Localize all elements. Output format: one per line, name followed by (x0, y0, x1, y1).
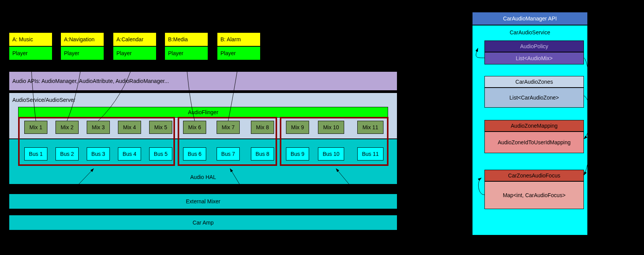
label: Audio APIs: AudioManager, AudioAttribute… (12, 78, 169, 84)
label: CarAudioService (509, 29, 550, 35)
car-amp: Car Amp (9, 215, 397, 230)
label: Player (116, 50, 132, 56)
label: CarAudioZones (515, 79, 553, 85)
audio-mix-list: List<AudioMix> (484, 52, 584, 64)
label: A:Navigation (64, 36, 94, 42)
label: A: Music (12, 36, 33, 42)
label: External Mixer (186, 198, 220, 204)
audio-flinger: AudioFlinger (18, 107, 388, 118)
label: List<CarAudioZone> (509, 95, 559, 101)
focus-map: Map<int, CarAudioFocus> (484, 181, 584, 209)
audio-apis-layer: Audio APIs: AudioManager, AudioAttribute… (9, 71, 397, 91)
label: Player (168, 50, 183, 56)
label: AudioZoneMapping (511, 123, 557, 129)
label: CarAudioManager API (503, 15, 557, 22)
app-player-calendar: Player (113, 46, 156, 60)
label: Audio HAL (190, 174, 216, 180)
app-attr-music: A: Music (9, 32, 52, 46)
app-attr-calendar: A:Calendar (113, 32, 156, 46)
zone1-label: Zone 1 (232, 187, 249, 193)
zone2-label: Zone 2 (341, 187, 358, 193)
app-attr-media: B:Media (165, 32, 208, 46)
car-audio-manager-api: CarAudioManager API (472, 12, 588, 25)
label: Player (64, 50, 79, 56)
label: List<AudioMix> (516, 55, 553, 61)
app-player-media: Player (165, 46, 208, 60)
zone1-border (178, 117, 277, 166)
audio-policy: AudioPolicy (484, 41, 584, 52)
label: AudioService/AudioServer (12, 97, 75, 103)
car-audio-zone-list: List<CarAudioZone> (484, 88, 584, 108)
app-player-nav: Player (61, 46, 104, 60)
label: B: Alarm (220, 36, 241, 42)
label: Player (220, 50, 236, 56)
zone2-border (280, 117, 388, 166)
label: CarZonesAudioFocus (508, 172, 560, 179)
zone-user-mapping: AudioZoneIdToUserIdMapping (484, 132, 584, 153)
external-mixer: External Mixer (9, 194, 397, 209)
app-attr-nav: A:Navigation (61, 32, 104, 46)
label: AudioPolicy (520, 43, 548, 49)
label: Map<int, CarAudioFocus> (503, 192, 566, 198)
label: Player (12, 50, 28, 56)
label: B:Media (168, 36, 188, 42)
label: Car Amp (193, 220, 214, 226)
app-player-alarm: Player (217, 46, 261, 60)
label: AudioZoneIdToUserIdMapping (498, 139, 570, 145)
primary-zone-label: Primary Zone (52, 186, 85, 192)
label: AudioFlinger (188, 109, 219, 115)
car-zones-audio-focus: CarZonesAudioFocus (484, 170, 584, 181)
primary-zone-border (18, 117, 175, 166)
audio-zone-mapping: AudioZoneMapping (484, 120, 584, 132)
app-attr-alarm: B: Alarm (217, 32, 261, 46)
app-player-music: Player (9, 46, 52, 60)
car-audio-zones: CarAudioZones (484, 76, 584, 88)
label: A:Calendar (116, 36, 143, 42)
